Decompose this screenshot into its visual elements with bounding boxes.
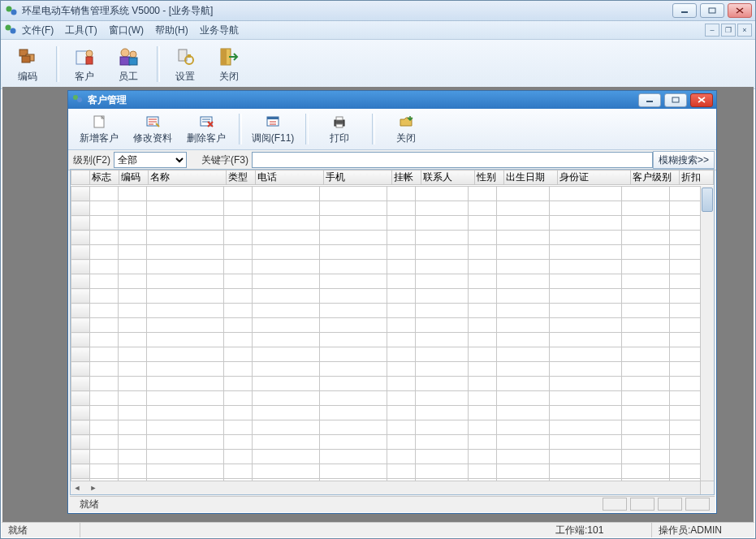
toolbar-close-button[interactable]: 关闭: [209, 44, 249, 84]
child-titlebar[interactable]: 客户管理: [68, 91, 716, 109]
status-workstation: 工作端:101: [549, 523, 652, 537]
table-row[interactable]: [71, 347, 702, 362]
scroll-thumb[interactable]: [702, 188, 713, 212]
grid-col-header[interactable]: 身份证: [557, 170, 630, 185]
table-row[interactable]: [71, 245, 702, 260]
main-window: 环星电动车销售管理系统 V5000 - [业务导航] 文件(F) 工具(T) 窗…: [0, 0, 756, 539]
toolbar-separator: [372, 114, 375, 144]
grid-body[interactable]: [71, 186, 701, 481]
mdi-close-button[interactable]: ×: [737, 24, 752, 37]
menu-tool[interactable]: 工具(T): [65, 24, 97, 37]
menu-window[interactable]: 窗口(W): [109, 24, 144, 37]
mdi-minimize-button[interactable]: –: [705, 24, 719, 37]
svg-point-21: [73, 95, 78, 100]
main-titlebar[interactable]: 环星电动车销售管理系统 V5000 - [业务导航]: [1, 1, 755, 21]
table-row[interactable]: [71, 231, 702, 245]
toolbar-customer-button[interactable]: 客户: [64, 44, 105, 84]
menu-nav[interactable]: 业务导航: [200, 24, 239, 37]
grid-col-header[interactable]: 性别: [475, 170, 504, 185]
edit-customer-button[interactable]: 修改资料: [127, 112, 179, 146]
edit-doc-icon: [145, 114, 161, 130]
fuzzy-search-button[interactable]: 模糊搜索>>: [653, 151, 715, 169]
grid-col-header[interactable]: 手机: [324, 170, 392, 185]
mdi-client-area: 客户管理 新增客户 修改资料 删除客户: [2, 87, 754, 522]
main-minimize-button[interactable]: [672, 3, 697, 18]
keyword-input[interactable]: [252, 152, 653, 168]
svg-rect-13: [120, 57, 130, 65]
grid-col-header[interactable]: 出生日期: [503, 170, 557, 185]
table-row[interactable]: [71, 420, 702, 435]
table-row[interactable]: [71, 201, 702, 216]
recall-button[interactable]: 调阅(F11): [247, 112, 299, 146]
grid-col-header[interactable]: 电话: [255, 170, 323, 185]
toolbar-separator: [239, 114, 242, 144]
main-close-button[interactable]: [728, 3, 752, 18]
svg-point-10: [86, 50, 93, 57]
data-grid[interactable]: 标志编码名称类型电话手机挂帐联系人性别出生日期身份证客户级别折扣 ◄►: [70, 169, 715, 495]
table-row[interactable]: [71, 187, 702, 201]
table-row[interactable]: [71, 435, 702, 450]
grid-vertical-scrollbar[interactable]: [700, 186, 714, 481]
scroll-left-arrow[interactable]: ◄: [71, 482, 84, 494]
grid-col-header[interactable]: 编码: [119, 170, 148, 185]
svg-rect-18: [188, 54, 191, 58]
grid-col-header[interactable]: 挂帐: [392, 170, 421, 185]
child-close-button[interactable]: [690, 93, 713, 107]
mdi-restore-button[interactable]: ❐: [721, 24, 736, 37]
keyword-label: 关键字(F3): [198, 153, 252, 167]
status-box: [630, 498, 654, 511]
svg-rect-24: [672, 97, 679, 102]
svg-rect-11: [86, 57, 93, 64]
table-row[interactable]: [71, 289, 702, 304]
table-row[interactable]: [71, 391, 702, 406]
grid-col-header[interactable]: 名称: [148, 170, 227, 185]
child-maximize-button[interactable]: [664, 93, 687, 107]
child-title: 客户管理: [88, 93, 638, 107]
table-row[interactable]: [71, 362, 702, 377]
child-minimize-button[interactable]: [638, 93, 661, 107]
status-box: [658, 498, 682, 511]
table-row[interactable]: [71, 464, 702, 479]
grid-horizontal-scrollbar[interactable]: ◄►: [71, 481, 701, 494]
table-row[interactable]: [71, 318, 702, 333]
add-customer-button[interactable]: 新增客户: [73, 112, 125, 146]
level-select[interactable]: 全部: [114, 152, 187, 168]
main-statusbar: 就绪 工作端:101 操作员:ADMIN: [2, 522, 754, 537]
print-button[interactable]: 打印: [313, 112, 365, 146]
level-label: 级别(F2): [70, 153, 114, 167]
toolbar-code-button[interactable]: 编码: [7, 44, 48, 84]
table-row[interactable]: [71, 333, 702, 347]
toolbar-separator: [56, 46, 59, 82]
grid-col-header[interactable]: 折扣: [680, 170, 714, 185]
table-row[interactable]: [71, 406, 702, 420]
toolbar-settings-button[interactable]: 设置: [165, 44, 205, 84]
toolbar-separator: [305, 114, 309, 144]
svg-rect-31: [336, 117, 343, 120]
table-row[interactable]: [71, 377, 702, 391]
main-maximize-button[interactable]: [700, 3, 724, 18]
table-row[interactable]: [71, 260, 702, 274]
svg-rect-23: [646, 101, 653, 102]
menubar-icon: [4, 23, 19, 37]
grid-col-header[interactable]: 标志: [90, 170, 119, 185]
status-box: [685, 498, 710, 511]
status-box: [603, 498, 627, 511]
table-row[interactable]: [71, 450, 702, 464]
table-row[interactable]: [71, 216, 702, 231]
customer-icon: [73, 45, 96, 68]
grid-col-header[interactable]: 联系人: [421, 170, 475, 185]
menu-file[interactable]: 文件(F): [22, 24, 54, 37]
menu-help[interactable]: 帮助(H): [155, 24, 188, 37]
scroll-right-arrow[interactable]: ►: [87, 482, 100, 494]
printer-icon: [331, 114, 348, 130]
svg-point-22: [77, 97, 82, 102]
toolbar-staff-button[interactable]: 员工: [108, 44, 149, 84]
table-row[interactable]: [71, 304, 702, 318]
grid-col-header[interactable]: 类型: [227, 170, 256, 185]
grid-col-header[interactable]: 客户级别: [631, 170, 680, 185]
table-row[interactable]: [71, 274, 702, 289]
staff-icon: [117, 45, 140, 68]
exit-icon: [218, 45, 240, 68]
child-toolbar-close-button[interactable]: 关闭: [380, 112, 432, 146]
delete-customer-button[interactable]: 删除客户: [180, 112, 232, 146]
